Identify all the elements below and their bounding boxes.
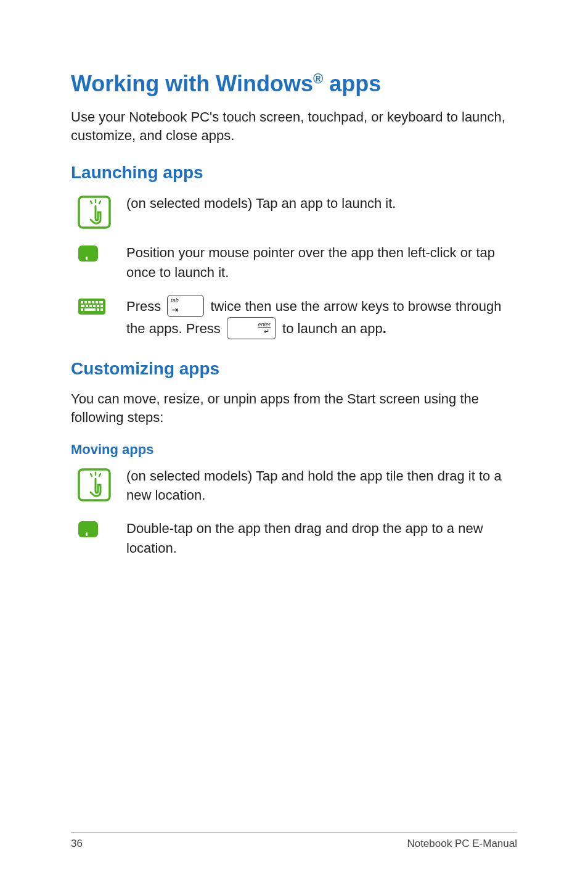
svg-rect-7 (92, 301, 94, 303)
svg-rect-22 (86, 532, 88, 536)
svg-rect-14 (97, 305, 99, 307)
svg-rect-2 (86, 257, 88, 260)
svg-rect-16 (81, 308, 83, 311)
tab-key-icon (167, 295, 204, 317)
touch-icon-cell-2 (71, 466, 126, 502)
touchpad-icon-cell (71, 243, 126, 263)
manual-title: Notebook PC E-Manual (407, 838, 517, 850)
launching-keyboard-text: Press twice then use the arrow keys to b… (126, 296, 517, 340)
svg-rect-17 (84, 308, 96, 311)
customizing-heading: Customizing apps (71, 359, 517, 379)
svg-rect-19 (100, 308, 103, 311)
svg-rect-9 (99, 301, 103, 303)
svg-rect-6 (88, 301, 91, 303)
svg-rect-1 (78, 245, 98, 262)
page-footer: 36 Notebook PC E-Manual (71, 832, 517, 850)
enter-key-icon (227, 317, 276, 339)
svg-rect-8 (96, 301, 98, 303)
svg-rect-13 (93, 305, 96, 307)
touchpad-icon (77, 520, 99, 538)
moving-touch-text: (on selected models) Tap and hold the ap… (126, 466, 517, 506)
keyboard-icon-cell (71, 296, 126, 316)
touch-icon-cell (71, 194, 126, 229)
moving-touch-row: (on selected models) Tap and hold the ap… (71, 466, 517, 506)
moving-touchpad-row: Double-tap on the app then drag and drop… (71, 519, 517, 558)
kb-part1: Press (126, 299, 165, 314)
launching-touch-text: (on selected models) Tap an app to launc… (126, 194, 517, 213)
kb-part3: to launch an app (279, 321, 383, 336)
registered-mark: ® (313, 71, 323, 86)
page-content: Working with Windows® apps Use your Note… (0, 0, 588, 558)
intro-text: Use your Notebook PC's touch screen, tou… (71, 108, 517, 144)
touchpad-icon-cell-2 (71, 519, 126, 538)
svg-rect-11 (86, 305, 88, 307)
svg-rect-15 (100, 305, 103, 307)
svg-rect-5 (84, 301, 87, 303)
moving-heading: Moving apps (71, 442, 517, 458)
kb-period: . (383, 321, 386, 336)
launching-heading: Launching apps (71, 163, 517, 183)
page-title: Working with Windows® apps (71, 71, 517, 97)
svg-rect-10 (81, 305, 84, 307)
svg-rect-12 (89, 305, 92, 307)
svg-rect-4 (81, 301, 83, 303)
title-prefix: Working with Windows (71, 71, 313, 96)
title-suffix: apps (323, 71, 381, 96)
moving-touchpad-text: Double-tap on the app then drag and drop… (126, 519, 517, 558)
customizing-intro: You can move, resize, or unpin apps from… (71, 390, 517, 426)
keyboard-icon (77, 297, 107, 316)
launching-touch-row: (on selected models) Tap an app to launc… (71, 194, 517, 229)
touch-screen-icon (77, 195, 112, 229)
svg-rect-18 (97, 308, 99, 311)
page-number: 36 (71, 838, 83, 850)
touch-screen-icon (77, 468, 112, 502)
launching-touchpad-text: Position your mouse pointer over the app… (126, 243, 517, 283)
launching-keyboard-row: Press twice then use the arrow keys to b… (71, 296, 517, 340)
launching-touchpad-row: Position your mouse pointer over the app… (71, 243, 517, 283)
touchpad-icon (77, 244, 99, 263)
svg-rect-21 (78, 521, 98, 537)
